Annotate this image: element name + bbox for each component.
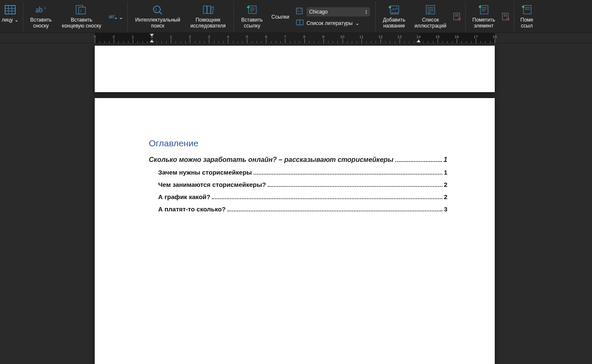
insert-endnote-label-2: концевую сноску [62, 23, 101, 29]
ribbon: лицу ⌄ ab1 Вставить сноску i Вставить ко… [0, 0, 592, 33]
mark-citation-icon [521, 3, 532, 16]
smart-lookup-label-2: поиск [151, 23, 164, 29]
horizontal-ruler[interactable]: 3210123456789101112131415161718 [95, 33, 495, 43]
ruler-number: 10 [340, 35, 345, 39]
caption-icon [388, 3, 400, 16]
mark-entry-label-2: элемент [474, 23, 494, 29]
table-button[interactable]: лицу ⌄ [0, 3, 20, 32]
insert-endnote-button[interactable]: i Вставить концевую сноску [56, 3, 107, 32]
mark-entry-icon [478, 3, 489, 16]
toc-entry[interactable]: Зачем нужны сторисмейкеры1 [149, 169, 447, 176]
svg-rect-8 [79, 7, 85, 14]
toc-entry-page: 1 [444, 156, 447, 164]
mark-citation-button[interactable]: Поме ссыл [517, 3, 537, 32]
ruler-number: 3 [93, 35, 96, 39]
table-label: лицу [2, 17, 13, 23]
toc-entry-page: 2 [444, 193, 447, 200]
toc-title: Оглавление [149, 138, 447, 148]
svg-rect-0 [5, 5, 15, 14]
ruler-number: 1 [170, 35, 172, 39]
svg-rect-44 [502, 13, 508, 20]
search-icon: i [152, 3, 163, 16]
smart-lookup-button[interactable]: i Интеллектуальный поиск [130, 3, 185, 32]
ruler-number: 13 [397, 35, 402, 39]
list-figures-label-1: Список [422, 17, 439, 23]
toc-leader-dots [212, 198, 442, 199]
toc-container: Сколько можно заработать онлайн? – расск… [149, 156, 447, 213]
svg-text:ab: ab [36, 5, 43, 14]
researcher-label-2: исследователя [190, 23, 226, 29]
researcher-button[interactable]: Помощник исследователя [185, 3, 231, 32]
toc-entry-page: 3 [444, 205, 447, 213]
ribbon-group-captions: Добавить название Список иллюстраций [375, 2, 466, 33]
toc-entry-text: А график какой? [158, 193, 210, 200]
list-of-figures-button[interactable]: Список иллюстраций [410, 3, 451, 32]
next-footnote-small: ab1 ⌄ [107, 13, 125, 22]
toc-leader-dots [268, 186, 442, 187]
add-caption-label-2: название [383, 23, 405, 29]
ribbon-group-authorities: Поме ссыл [514, 2, 540, 33]
toc-entry-text: А платят-то сколько? [158, 205, 226, 213]
citation-style-value: Chicago [309, 9, 328, 15]
page-current[interactable]: Оглавление Сколько можно заработать онла… [95, 98, 495, 364]
ruler-number: 18 [493, 35, 497, 39]
first-line-indent-marker[interactable] [150, 34, 154, 36]
toc-entry-page: 1 [444, 169, 447, 176]
ruler-number: 12 [378, 35, 383, 39]
page-previous-bottom [95, 46, 495, 92]
insert-citation-button[interactable]: Вставить ссылку [236, 3, 268, 32]
ruler-number: 14 [417, 35, 421, 39]
ruler-number: 4 [227, 35, 229, 39]
toc-leader-dots [395, 161, 442, 162]
svg-line-14 [159, 12, 162, 14]
svg-rect-15 [203, 6, 207, 14]
svg-rect-34 [454, 13, 460, 20]
toc-entry[interactable]: А платят-то сколько?3 [149, 205, 447, 213]
document-workspace: Оглавление Сколько можно заработать онла… [0, 43, 592, 364]
links-label: Ссылки [271, 14, 289, 20]
hanging-indent-marker[interactable] [150, 40, 154, 42]
books-icon [202, 3, 214, 16]
update-figures-icon[interactable] [452, 12, 461, 22]
insert-index-icon[interactable] [501, 12, 510, 22]
style-book-icon [296, 7, 304, 16]
updown-icon: ▲▼ [365, 9, 367, 14]
ruler-number: 7 [284, 35, 286, 39]
ribbon-group-index: Пометить элемент [466, 2, 514, 33]
toc-entry[interactable]: Чем занимаются сторисмейкеры?2 [149, 181, 447, 188]
svg-rect-16 [207, 6, 211, 14]
ruler-number: 15 [436, 35, 440, 39]
add-caption-button[interactable]: Добавить название [378, 3, 410, 32]
svg-rect-48 [523, 5, 531, 14]
insert-footnote-label-2: сноску [33, 23, 49, 29]
right-indent-marker[interactable] [417, 40, 421, 42]
ruler-number: 6 [265, 35, 267, 39]
horizontal-ruler-area: 3210123456789101112131415161718 [0, 33, 592, 43]
mark-entry-button[interactable]: Пометить элемент [468, 3, 499, 32]
ruler-number: 1 [132, 35, 134, 39]
insert-footnote-button[interactable]: ab1 Вставить сноску [26, 3, 56, 32]
endnote-icon: i [74, 3, 89, 16]
ruler-number: 2 [189, 35, 191, 39]
svg-text:i: i [156, 7, 156, 12]
next-footnote-button[interactable]: ab1 ⌄ [109, 13, 123, 22]
toc-entry[interactable]: Сколько можно заработать онлайн? – расск… [149, 156, 447, 164]
mark-citation-label-2: ссыл [521, 23, 533, 29]
chevron-down-icon: ⌄ [119, 14, 123, 20]
svg-rect-38 [480, 5, 488, 14]
researcher-label-1: Помощник [196, 17, 221, 23]
ruler-number: 16 [455, 35, 459, 39]
ruler-number: 8 [303, 35, 305, 39]
citation-style-combo[interactable]: Chicago ▲▼ [307, 7, 370, 16]
toc-entry[interactable]: А график какой?2 [149, 193, 447, 200]
bibliography-button[interactable]: Список литературы ⌄ [296, 19, 370, 27]
bibliography-icon [296, 19, 304, 27]
footnote-icon: ab1 [35, 3, 47, 16]
chevron-down-icon: ⌄ [355, 20, 359, 26]
toc-entry-text: Зачем нужны сторисмейкеры [158, 169, 252, 176]
list-figures-label-2: иллюстраций [415, 23, 447, 29]
ruler-number: 9 [322, 35, 324, 39]
links-button[interactable]: Ссылки [268, 7, 293, 28]
smart-lookup-label-1: Интеллектуальный [135, 17, 180, 23]
svg-text:1: 1 [44, 6, 46, 10]
